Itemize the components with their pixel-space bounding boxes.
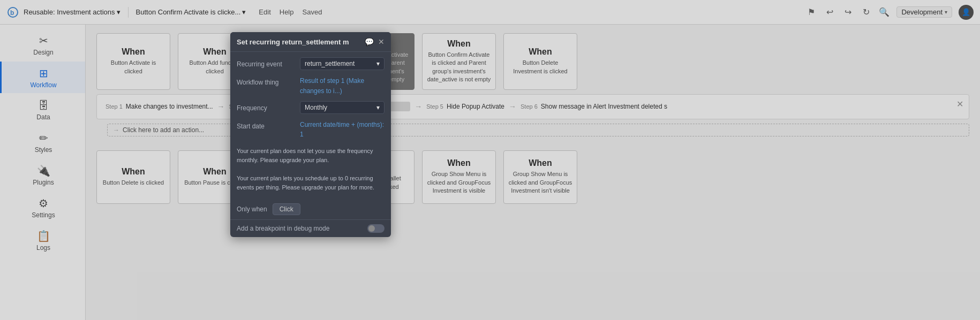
recurring-event-select-text: return_settlement	[305, 60, 355, 67]
warning2: Your current plan lets you schedule up t…	[237, 172, 385, 194]
breakpoint-label: Add a breakpoint in debug mode	[237, 225, 329, 232]
recurring-event-label: Recurring event	[237, 57, 296, 68]
toggle-knob	[368, 225, 375, 232]
frequency-select[interactable]: Monthly ▾	[300, 101, 385, 114]
recurring-event-row: Recurring event return_settlement ▾	[237, 57, 385, 70]
modal-close-icon[interactable]: ✕	[378, 37, 385, 46]
recurring-event-value: return_settlement ▾	[300, 57, 385, 70]
start-date-label: Start date	[237, 119, 296, 130]
modal: Set recurring return_settlement m 💬 ✕ Re…	[230, 32, 391, 237]
breakpoint-toggle[interactable]	[367, 224, 385, 233]
frequency-select-text: Monthly	[305, 104, 327, 111]
frequency-value: Monthly ▾	[300, 101, 385, 114]
frequency-chevron: ▾	[376, 104, 380, 111]
start-date-row: Start date Current date/time + (months):…	[237, 119, 385, 140]
modal-body: Recurring event return_settlement ▾ Work…	[230, 52, 391, 199]
modal-footer: Only when Click	[230, 199, 391, 219]
breakpoint-row: Add a breakpoint in debug mode	[230, 219, 391, 237]
start-date-link[interactable]: Current date/time + (months): 1	[300, 121, 384, 139]
modal-overlay	[0, 0, 980, 320]
modal-title: Set recurring return_settlement m	[237, 38, 349, 46]
recurring-event-select[interactable]: return_settlement ▾	[300, 57, 385, 70]
only-when-button[interactable]: Click	[273, 203, 300, 215]
warning1: Your current plan does not let you use t…	[237, 144, 385, 166]
recurring-event-chevron: ▾	[376, 60, 380, 67]
modal-chat-icon[interactable]: 💬	[365, 37, 374, 46]
workflow-thing-link[interactable]: Result of step 1 (Make changes to i...)	[300, 77, 364, 95]
frequency-row: Frequency Monthly ▾	[237, 101, 385, 114]
workflow-thing-value[interactable]: Result of step 1 (Make changes to i...)	[300, 75, 385, 96]
modal-header-icons: 💬 ✕	[365, 37, 385, 46]
workflow-thing-row: Workflow thing Result of step 1 (Make ch…	[237, 75, 385, 96]
workflow-thing-label: Workflow thing	[237, 75, 296, 86]
only-when-label: Only when	[237, 205, 267, 213]
frequency-label: Frequency	[237, 101, 296, 112]
modal-header: Set recurring return_settlement m 💬 ✕	[230, 32, 391, 52]
start-date-value[interactable]: Current date/time + (months): 1	[300, 119, 385, 140]
